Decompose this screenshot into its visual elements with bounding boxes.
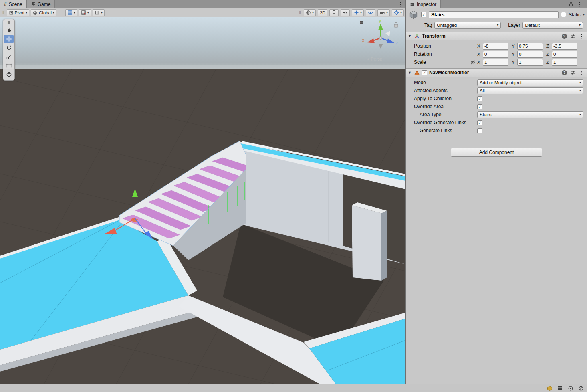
affected-agents-dropdown[interactable]: All ▾: [477, 87, 583, 94]
area-type-row: Area Type Stairs ▾: [406, 111, 585, 119]
shading-mode-button[interactable]: ▾: [304, 9, 316, 16]
apply-to-children-label: Apply To Children: [414, 96, 477, 101]
layers-activity-icon[interactable]: [557, 386, 563, 391]
axis-center[interactable]: [379, 37, 382, 40]
rect-tool-button[interactable]: [4, 61, 14, 70]
toolbar-drag-handle[interactable]: ‖: [2, 10, 4, 15]
scale-row: Scale X Y Z: [406, 58, 585, 66]
area-type-dropdown[interactable]: Stairs ▾: [477, 111, 583, 118]
hand-icon: [6, 27, 12, 33]
gameobject-enabled-checkbox[interactable]: ✓: [421, 12, 426, 17]
scene-visibility-toggle[interactable]: [366, 9, 375, 16]
scene-viewport[interactable]: y x z < Persp ≡: [0, 17, 405, 384]
generate-links-checkbox[interactable]: [477, 128, 482, 133]
navmeshmodifier-header[interactable]: ▼ ✓ NavMeshModifier ? ⋮: [406, 68, 587, 77]
transform-foldout[interactable]: ▼: [408, 34, 412, 38]
override-area-checkbox[interactable]: ✓: [477, 104, 482, 109]
scale-z-field[interactable]: [552, 59, 577, 66]
scale-x-field[interactable]: [483, 59, 508, 66]
lighting-bake-icon[interactable]: [547, 386, 553, 391]
tab-inspector[interactable]: Inspector: [406, 0, 441, 8]
scale-y-field[interactable]: [517, 59, 543, 66]
camera-settings-button[interactable]: ▾: [377, 9, 390, 16]
2d-toggle[interactable]: 2D: [318, 9, 327, 16]
lighting-toggle[interactable]: [329, 9, 339, 16]
generate-links-label: Generate Links: [414, 128, 477, 133]
rotate-tool-button[interactable]: [4, 44, 14, 52]
transform-menu-icon[interactable]: ⋮: [579, 33, 584, 39]
axis-z-label: z: [396, 41, 398, 45]
viewport-overlay-menu-icon[interactable]: ≡: [360, 19, 363, 26]
position-x-field[interactable]: [483, 43, 508, 50]
effects-toggle[interactable]: ▾: [352, 9, 364, 16]
gameobject-name-field[interactable]: [429, 11, 559, 18]
snap-increment-button[interactable]: ▾: [93, 9, 105, 16]
navmeshmodifier-enabled-checkbox[interactable]: ✓: [422, 70, 427, 75]
area-type-dropdown-arrow: ▾: [579, 113, 581, 116]
audio-toggle[interactable]: [341, 9, 350, 16]
snap-increment-dropdown-arrow: ▾: [101, 11, 103, 14]
pivot-button[interactable]: Pivot ▾: [7, 9, 29, 16]
activity-circle-icon[interactable]: [568, 386, 573, 391]
camera-dropdown-arrow: ▾: [386, 11, 388, 14]
rotation-y-field[interactable]: [517, 51, 543, 58]
position-y-field[interactable]: [517, 43, 543, 50]
move-tool-button[interactable]: [4, 35, 14, 43]
transform-help-icon[interactable]: ?: [562, 34, 567, 39]
move-icon: [6, 36, 12, 42]
layer-dropdown[interactable]: Default ▾: [522, 22, 583, 29]
rotation-x-field[interactable]: [483, 51, 508, 58]
position-x-label: X: [477, 44, 483, 48]
scale-icon: [6, 54, 12, 60]
apply-to-children-checkbox[interactable]: ✓: [477, 96, 482, 101]
gameobject-header: ✓ Static ▾: [406, 8, 587, 21]
gizmos-toggle[interactable]: ▾: [392, 9, 404, 16]
tool-strip-handle[interactable]: ≡: [4, 20, 14, 26]
navmeshmodifier-component-icon: [414, 70, 420, 76]
position-z-label: Z: [546, 44, 552, 48]
tab-scene[interactable]: # Scene: [0, 0, 27, 8]
apply-to-children-row: Apply To Children ✓: [406, 95, 585, 103]
navmeshmodifier-foldout[interactable]: ▼: [408, 71, 412, 75]
navmeshmodifier-menu-icon[interactable]: ⋮: [579, 70, 584, 76]
scene-pane-menu-icon[interactable]: ⋮: [398, 1, 403, 7]
shading-dropdown-arrow: ▾: [312, 11, 314, 14]
transform-header[interactable]: ▼ Transform ? ⋮: [406, 32, 587, 40]
persp-label[interactable]: < Persp: [367, 57, 382, 61]
static-checkbox[interactable]: [561, 12, 566, 17]
transform-tool-button[interactable]: [4, 70, 14, 79]
view-tool-button[interactable]: [4, 26, 14, 34]
tag-dropdown[interactable]: Untagged ▾: [434, 22, 501, 29]
mode-label: Mode: [414, 80, 477, 85]
scene-toolbar: ‖ Pivot ▾ Global ▾ ▾ ▾ ▾: [0, 8, 405, 17]
inspector-menu-icon[interactable]: ⋮: [577, 1, 582, 7]
mode-dropdown[interactable]: Add or Modify object ▾: [477, 79, 583, 86]
lock-icon[interactable]: [569, 2, 573, 7]
navmeshmodifier-presets-icon[interactable]: [570, 70, 576, 75]
tag-label: Tag: [424, 22, 432, 28]
generate-links-row: Generate Links: [406, 127, 585, 135]
static-dropdown-arrow[interactable]: ▾: [583, 13, 585, 16]
grid-snap-toggle[interactable]: ▾: [65, 9, 77, 16]
grid-visual-button[interactable]: ▾: [79, 9, 91, 16]
override-generate-links-checkbox[interactable]: ✓: [477, 120, 482, 125]
rotation-z-field[interactable]: [552, 51, 577, 58]
gizmos-dropdown-arrow: ▾: [400, 11, 402, 14]
position-z-field[interactable]: [552, 43, 577, 50]
gizmos-crosshair-icon: [394, 10, 399, 15]
progress-slash-icon[interactable]: [578, 386, 584, 391]
tab-game[interactable]: Game: [27, 0, 55, 8]
scale-tool-button[interactable]: [4, 53, 14, 61]
mode-dropdown-arrow: ▾: [579, 81, 581, 84]
scale-y-label: Y: [512, 60, 517, 65]
effects-star-icon: [354, 10, 359, 15]
scale-link-icon[interactable]: [470, 60, 476, 65]
navmeshmodifier-help-icon[interactable]: ?: [562, 70, 567, 75]
speaker-icon: [343, 10, 348, 15]
add-component-button[interactable]: Add Component: [451, 148, 542, 157]
global-button[interactable]: Global ▾: [31, 9, 56, 16]
rect-tool-icon: [6, 63, 12, 69]
toolbar-right-drag-handle[interactable]: ‖: [299, 10, 301, 15]
transform-presets-icon[interactable]: [570, 34, 576, 39]
override-area-label: Override Area: [414, 104, 477, 109]
